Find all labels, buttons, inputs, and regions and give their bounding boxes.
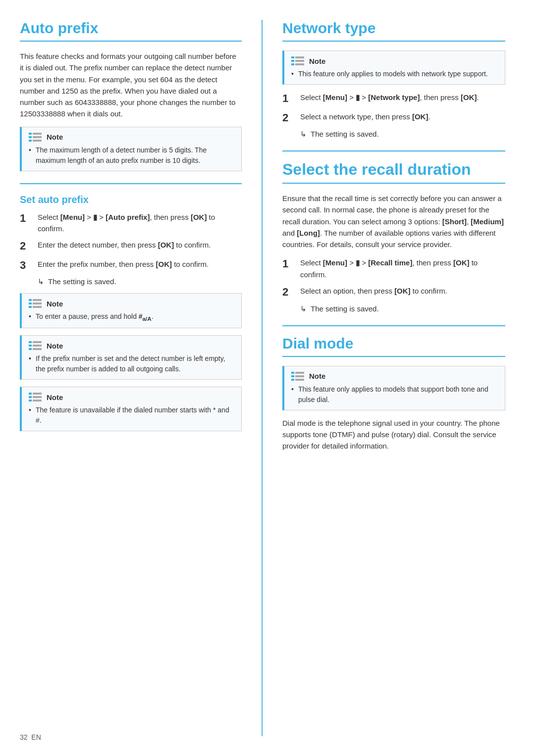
step-result-1: ↳ The setting is saved. xyxy=(38,277,242,286)
dial-note-text: This feature only applies to models that… xyxy=(291,384,498,405)
svg-rect-0 xyxy=(29,133,32,135)
svg-rect-17 xyxy=(33,348,42,350)
step-num-1: 1 xyxy=(20,211,35,226)
note4-header: Note xyxy=(29,392,234,402)
recall-duration-title: Select the recall duration xyxy=(282,160,505,184)
divider-1 xyxy=(20,183,242,184)
network-step-1: 1 Select [Menu] > ▮ > [Network type], th… xyxy=(282,92,505,106)
network-step-result: ↳ The setting is saved. xyxy=(300,130,505,139)
page-lang: EN xyxy=(31,733,41,741)
recall-result-arrow: ↳ xyxy=(300,304,307,313)
page: Auto prefix This feature checks and form… xyxy=(0,0,535,756)
svg-rect-2 xyxy=(29,140,32,142)
svg-rect-19 xyxy=(29,396,32,398)
svg-rect-31 xyxy=(291,375,294,377)
note3-icon xyxy=(29,341,43,351)
set-auto-prefix-steps: 1 Select [Menu] > ▮ > [Auto prefix], the… xyxy=(20,211,242,273)
svg-rect-3 xyxy=(33,133,42,135)
network-type-section: Network type Note xyxy=(282,20,505,139)
set-auto-prefix-subsection: Set auto prefix 1 Select [Menu] > ▮ > [A… xyxy=(20,194,242,432)
recall-step-num-1: 1 xyxy=(282,257,297,271)
svg-rect-22 xyxy=(33,396,42,398)
svg-rect-30 xyxy=(291,372,294,374)
svg-rect-5 xyxy=(33,140,42,142)
note2-label: Note xyxy=(47,300,63,308)
dial-note-icon xyxy=(291,371,305,381)
network-note-bullet: This feature only applies to models with… xyxy=(291,69,498,79)
svg-rect-20 xyxy=(29,400,32,402)
step-item-2: 2 Enter the detect number, then press [O… xyxy=(20,239,242,253)
auto-prefix-note2: Note To enter a pause, press and hold #a… xyxy=(20,293,242,328)
note3-header: Note xyxy=(29,341,234,351)
recall-step-num-2: 2 xyxy=(282,285,297,300)
note4-bullet-list: The feature is unavailable if the dialed… xyxy=(29,405,234,426)
svg-rect-1 xyxy=(29,136,32,138)
network-note-icon xyxy=(291,56,305,66)
network-note-text: This feature only applies to models with… xyxy=(291,69,498,79)
network-step-text-1: Select [Menu] > ▮ > [Network type], then… xyxy=(300,92,479,103)
svg-rect-33 xyxy=(295,372,304,374)
step-item-3: 3 Enter the prefix number, then press [O… xyxy=(20,258,242,273)
step-text-3: Enter the prefix number, then press [OK]… xyxy=(38,258,209,270)
network-result-arrow: ↳ xyxy=(300,130,307,139)
network-note-label: Note xyxy=(309,57,325,65)
step-item-1: 1 Select [Menu] > ▮ > [Auto prefix], the… xyxy=(20,211,242,235)
network-note-header: Note xyxy=(291,56,498,66)
note1-label: Note xyxy=(47,133,63,141)
svg-rect-29 xyxy=(295,63,304,65)
auto-prefix-note1: Note The maximum length of a detect numb… xyxy=(20,127,242,171)
network-step-text-2: Select a network type, then press [OK]. xyxy=(300,111,430,122)
auto-prefix-note4: Note The feature is unavailable if the d… xyxy=(20,387,242,431)
note1-bullet-list: The maximum length of a detect number is… xyxy=(29,145,234,166)
page-num: 32 xyxy=(20,733,28,741)
note2-header: Note xyxy=(29,299,234,308)
result-arrow-1: ↳ xyxy=(38,277,44,286)
recall-step-2: 2 Select an option, then press [OK] to c… xyxy=(282,285,505,300)
set-auto-prefix-title: Set auto prefix xyxy=(20,194,242,205)
dial-mode-note-header: Note xyxy=(291,371,498,381)
note1-header: Note xyxy=(29,132,234,142)
right-column: Network type Note xyxy=(263,20,505,736)
network-result-text: The setting is saved. xyxy=(311,130,379,138)
dial-mode-body: Dial mode is the telephone signal used i… xyxy=(282,417,505,452)
svg-rect-9 xyxy=(33,299,42,301)
svg-rect-12 xyxy=(29,341,32,343)
network-type-steps: 1 Select [Menu] > ▮ > [Network type], th… xyxy=(282,92,505,125)
recall-step-1: 1 Select [Menu] > ▮ > [Recall time], the… xyxy=(282,257,505,280)
network-step-2: 2 Select a network type, then press [OK]… xyxy=(282,111,505,125)
svg-rect-13 xyxy=(29,345,32,347)
note1-icon xyxy=(29,132,43,142)
network-type-note: Note This feature only applies to models… xyxy=(282,50,505,85)
dial-mode-note: Note This feature only applies to models… xyxy=(282,366,505,410)
network-step-num-1: 1 xyxy=(282,92,297,106)
note2-bullet-list: To enter a pause, press and hold #a/A. xyxy=(29,311,234,323)
result-text-1: The setting is saved. xyxy=(48,277,116,286)
svg-rect-26 xyxy=(291,63,294,65)
svg-rect-8 xyxy=(29,306,32,308)
svg-rect-4 xyxy=(33,136,42,138)
svg-rect-24 xyxy=(291,56,294,58)
svg-rect-18 xyxy=(29,393,32,395)
auto-prefix-body: This feature checks and formats your out… xyxy=(20,50,242,120)
note2-text: To enter a pause, press and hold #a/A. xyxy=(29,311,234,323)
svg-rect-16 xyxy=(33,345,42,347)
left-column: Auto prefix This feature checks and form… xyxy=(20,20,263,736)
network-type-title: Network type xyxy=(282,20,505,42)
svg-rect-14 xyxy=(29,348,32,350)
dial-note-bullet: This feature only applies to models that… xyxy=(291,384,498,405)
step-text-2: Enter the detect number, then press [OK]… xyxy=(38,239,211,251)
note2-icon xyxy=(29,299,43,308)
svg-rect-21 xyxy=(33,393,42,395)
recall-step-result: ↳ The setting is saved. xyxy=(300,304,505,313)
step-num-2: 2 xyxy=(20,239,35,253)
svg-rect-35 xyxy=(295,379,304,381)
note4-icon xyxy=(29,392,43,402)
svg-rect-27 xyxy=(295,56,304,58)
svg-rect-34 xyxy=(295,375,304,377)
step-num-3: 3 xyxy=(20,258,35,273)
svg-rect-28 xyxy=(295,60,304,62)
svg-rect-15 xyxy=(33,341,42,343)
step-text-1: Select [Menu] > ▮ > [Auto prefix], then … xyxy=(38,211,242,235)
note3-text: If the prefix number is set and the dete… xyxy=(29,353,234,374)
note4-label: Note xyxy=(47,393,63,402)
